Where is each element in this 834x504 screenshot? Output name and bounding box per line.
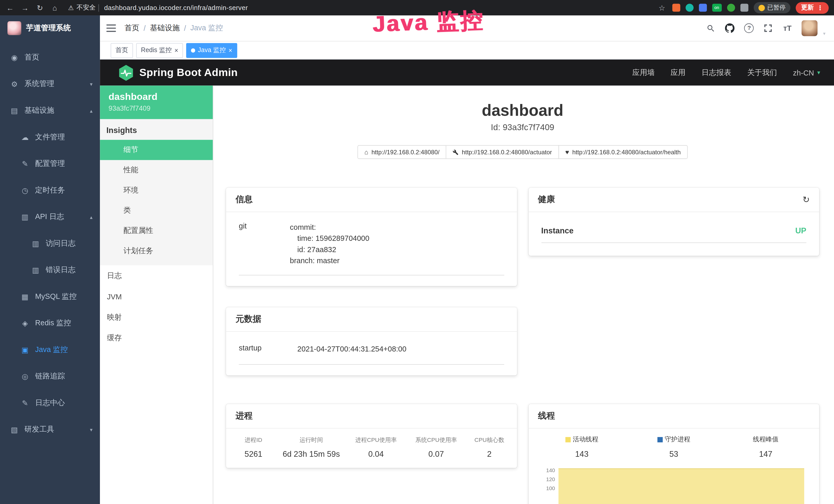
sidebar-item-home[interactable]: ◉ 首页 <box>0 44 100 71</box>
health-card-title: 健康 <box>538 194 555 205</box>
collapse-menu-icon[interactable] <box>106 24 116 32</box>
instance-id-line: Id: 93a3fc7f7409 <box>226 123 819 132</box>
sba-item-jvm[interactable]: JVM <box>100 286 213 307</box>
sidebar-item-label: 系统管理 <box>24 79 54 89</box>
eye-icon: ◎ <box>20 372 30 381</box>
history-icon[interactable]: ↺ <box>803 194 810 205</box>
extension-puzzle-icon[interactable] <box>740 4 748 12</box>
actuator-url-button[interactable]: http://192.168.0.2:48080/actuator <box>446 145 559 159</box>
legend-live-threads: 活动线程 <box>536 435 628 444</box>
sidebar-item-file-manage[interactable]: ☁ 文件管理 <box>0 124 100 151</box>
layers-icon: ◈ <box>20 319 30 327</box>
tags-view: 首页 Redis 监控 × Java 监控 × <box>100 42 834 60</box>
live-threads-area <box>558 468 804 504</box>
close-icon[interactable]: × <box>174 47 178 53</box>
tag-redis-monitor[interactable]: Redis 监控 × <box>136 43 183 58</box>
locale-select[interactable]: zh-CN ▾ <box>793 68 820 77</box>
sidebar-item-system[interactable]: ⚙ 系统管理 ▾ <box>0 71 100 97</box>
close-icon[interactable]: × <box>228 47 233 53</box>
clock-icon: ◷ <box>20 186 30 194</box>
sba-item-configprops[interactable]: 配置属性 <box>100 221 213 241</box>
sidebar-item-config-manage[interactable]: ✎ 配置管理 <box>0 151 100 177</box>
browser-home-icon[interactable]: ⌂ <box>50 3 60 12</box>
health-row-instance[interactable]: Instance UP <box>541 220 806 243</box>
metadata-card: 元数据 startup 2021-04-27T00:44:31.254+08:0… <box>226 307 517 375</box>
tag-java-monitor[interactable]: Java 监控 × <box>186 43 237 58</box>
sidebar-item-label: API 日志 <box>35 212 64 222</box>
sba-item-mappings[interactable]: 映射 <box>100 307 213 328</box>
address-bar[interactable]: dashboard.yudao.iocoder.cn/infra/admin-s… <box>104 4 248 12</box>
chevron-up-icon: ▴ <box>90 108 92 113</box>
sba-item-caches[interactable]: 缓存 <box>100 328 213 348</box>
sba-item-scheduled-tasks[interactable]: 计划任务 <box>100 241 213 261</box>
font-size-icon[interactable]: тT <box>783 23 792 33</box>
security-chip[interactable]: ⚠ 不安全 <box>68 3 99 12</box>
peak-threads-value: 147 <box>720 449 812 458</box>
service-url-button[interactable]: ⌂ http://192.168.0.2:48080/ <box>357 145 446 159</box>
sidebar-item-devtools[interactable]: ▧ 研发工具 ▾ <box>0 416 100 443</box>
bookmark-star-icon[interactable]: ☆ <box>657 3 666 12</box>
app-title: 芋道管理系统 <box>26 23 71 33</box>
app-sidebar: 芋道管理系统 ◉ 首页 ⚙ 系统管理 ▾ ▤ 基础设施 ▴ ☁ <box>0 16 100 504</box>
sba-nav-wallboard[interactable]: 应用墙 <box>632 68 655 77</box>
gear-icon: ⚙ <box>9 80 19 88</box>
update-button[interactable]: 更新 ⋮ <box>796 2 829 14</box>
process-col-header: 进程ID <box>231 436 277 444</box>
sidebar-item-label: 首页 <box>24 53 39 62</box>
sba-item-logs[interactable]: 日志 <box>100 265 213 286</box>
sba-item-environment[interactable]: 环境 <box>100 180 213 201</box>
sidebar-item-mysql-monitor[interactable]: ▦ MySQL 监控 <box>0 283 100 310</box>
metadata-row-startup: startup 2021-04-27T00:44:31.254+08:00 <box>239 334 504 365</box>
home-icon: ⌂ <box>365 148 368 156</box>
sidebar-item-redis-monitor[interactable]: ◈ Redis 监控 <box>0 310 100 337</box>
search-icon[interactable] <box>706 23 716 33</box>
sidebar-item-label: 基础设施 <box>24 106 54 115</box>
sidebar-item-schedule[interactable]: ◷ 定时任务 <box>0 177 100 204</box>
sidebar-item-api-log[interactable]: ▥ API 日志 ▴ <box>0 204 100 230</box>
breadcrumb-home[interactable]: 首页 <box>125 23 139 33</box>
github-icon[interactable] <box>725 23 734 33</box>
reload-icon[interactable]: ↻ <box>35 3 45 12</box>
sba-nav-about[interactable]: 关于我们 <box>747 68 777 77</box>
sidebar-item-trace[interactable]: ◎ 链路追踪 <box>0 363 100 390</box>
app-logo[interactable]: 芋道管理系统 <box>0 16 100 41</box>
sba-instance-header[interactable]: dashboard 93a3fc7f7409 <box>100 86 213 119</box>
sidebar-item-label: 研发工具 <box>24 425 54 434</box>
sba-brand[interactable]: Spring Boot Admin <box>118 64 238 81</box>
sba-logo-icon <box>118 64 134 81</box>
sidebar-item-log-center[interactable]: ✎ 日志中心 <box>0 390 100 416</box>
sidebar-item-access-log[interactable]: ▥ 访问日志 <box>0 230 100 257</box>
help-icon[interactable]: ? <box>744 23 754 33</box>
extension-icon[interactable] <box>727 4 735 12</box>
paused-badge[interactable]: 已暂停 <box>753 2 790 13</box>
process-col-header: CPU核心数 <box>466 436 512 444</box>
health-url-button[interactable]: ♥ http://192.168.0.2:48080/actuator/heal… <box>558 145 687 159</box>
extension-on-icon[interactable]: on <box>712 4 722 12</box>
sidebar-item-infrastructure[interactable]: ▤ 基础设施 ▴ <box>0 97 100 124</box>
sba-item-details[interactable]: 细节 <box>100 140 213 160</box>
sba-nav-journal[interactable]: 日志报表 <box>701 68 731 77</box>
fullscreen-icon[interactable] <box>764 23 773 33</box>
process-col-header: 进程CPU使用率 <box>346 436 406 444</box>
extension-icon[interactable] <box>672 4 680 12</box>
instance-title: dashboard <box>226 102 819 120</box>
extension-icon[interactable] <box>685 4 693 12</box>
forward-icon[interactable]: → <box>20 3 30 12</box>
sidebar-item-java-monitor[interactable]: ▣ Java 监控 <box>0 337 100 363</box>
breadcrumb-infrastructure[interactable]: 基础设施 <box>150 23 180 33</box>
process-cpu: 0.04 <box>346 449 406 458</box>
back-icon[interactable]: ← <box>5 3 15 12</box>
paused-label: 已暂停 <box>767 4 786 12</box>
threads-card-title: 线程 <box>538 411 555 421</box>
sba-item-classes[interactable]: 类 <box>100 201 213 221</box>
browser-menu-icon[interactable]: ⋮ <box>817 4 824 12</box>
sba-nav-applications[interactable]: 应用 <box>671 68 685 77</box>
tag-home[interactable]: 首页 <box>111 43 133 58</box>
sba-item-metrics[interactable]: 性能 <box>100 160 213 180</box>
sidebar-item-error-log[interactable]: ▥ 错误日志 <box>0 257 100 283</box>
user-avatar[interactable] <box>802 20 818 36</box>
extension-icon[interactable] <box>699 4 707 12</box>
sidebar-item-label: 日志中心 <box>35 398 65 408</box>
chevron-down-icon: ▾ <box>823 31 825 36</box>
live-threads-value: 143 <box>536 449 628 458</box>
